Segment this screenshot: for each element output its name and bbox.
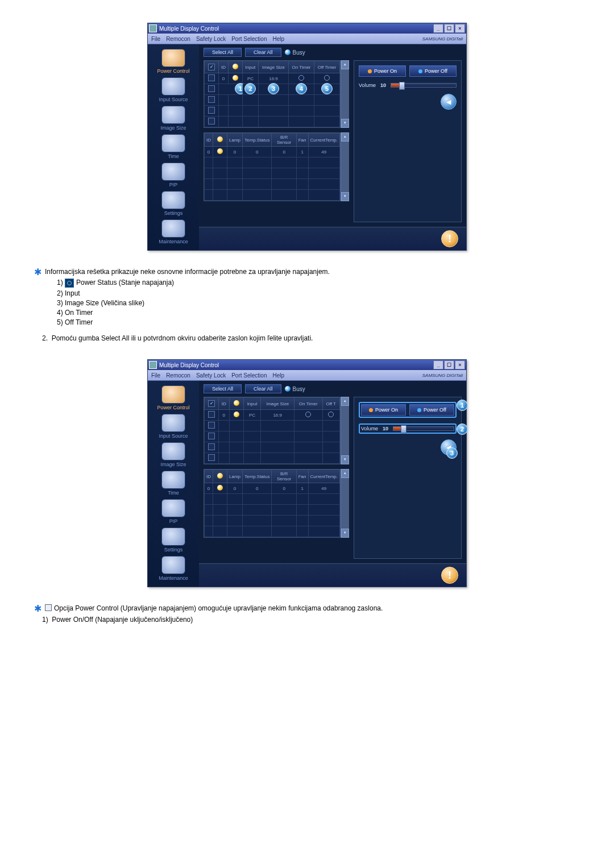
volume-slider[interactable] (391, 83, 457, 88)
row-checkbox[interactable] (208, 454, 215, 461)
table-row[interactable] (205, 190, 340, 201)
menu-safety-lock[interactable]: Safety Lock (196, 36, 226, 42)
titlebar: Multiple Display Control _ ☐ × (148, 23, 466, 34)
sidebar-item-image-size[interactable]: Image Size (151, 105, 196, 131)
menu-safety-lock[interactable]: Safety Lock (196, 372, 226, 379)
select-all-button[interactable]: Select All (204, 384, 242, 393)
scrollbar[interactable]: ▴▾ (341, 469, 349, 538)
sidebar-item-image-size[interactable]: Image Size (151, 441, 196, 467)
busy-label: Busy (293, 49, 305, 56)
sidebar-item-input-source[interactable]: Input Source (151, 76, 196, 102)
table-row[interactable] (205, 442, 340, 453)
power-status-icon (233, 75, 238, 81)
sidebar-item-label: Maintenance (151, 239, 196, 244)
table-row[interactable] (205, 168, 340, 179)
menu-file[interactable]: File (151, 372, 160, 379)
sidebar-item-time[interactable]: Time (151, 470, 196, 496)
table-row[interactable]: 0 0 0 0 1 49 (205, 483, 340, 494)
select-all-checkbox[interactable] (208, 400, 215, 407)
clear-all-button[interactable]: Clear All (245, 384, 281, 393)
power-off-button[interactable]: Power Off (409, 404, 454, 416)
scrollbar[interactable]: ▴▾ (341, 132, 349, 201)
sidebar-item-input-source[interactable]: Input Source (151, 413, 196, 439)
power-off-button[interactable]: Power Off (409, 65, 457, 77)
power-status-icon (234, 412, 239, 417)
menu-remocon[interactable]: Remocon (166, 372, 190, 379)
table-row[interactable]: 0 PC 16:9 (205, 410, 340, 421)
volume-slider[interactable] (393, 426, 454, 431)
volume-label: Volume (359, 82, 376, 88)
table-row[interactable]: 0 0 0 0 1 49 (205, 147, 340, 157)
menubar: File Remocon Safety Lock Port Selection … (148, 370, 466, 381)
power-status-icon (217, 473, 223, 479)
table-row[interactable] (205, 505, 340, 516)
col-id: ID (219, 398, 230, 410)
table-row[interactable] (205, 117, 340, 127)
scrollbar[interactable]: ▴▾ (341, 397, 349, 464)
on-timer-icon (298, 75, 304, 81)
power-on-button[interactable]: Power On (359, 65, 406, 77)
menu-file[interactable]: File (151, 36, 160, 42)
menu-port-selection[interactable]: Port Selection (231, 372, 267, 379)
row-checkbox[interactable] (208, 443, 215, 450)
row-checkbox[interactable] (208, 96, 215, 103)
warning-icon[interactable]: ! (441, 567, 458, 584)
power-on-button[interactable]: Power On (361, 404, 406, 416)
cell-temp-status: 0 (243, 147, 272, 157)
statusbar: ! (199, 227, 466, 250)
minimize-button[interactable]: _ (433, 24, 443, 33)
table-row[interactable]: 1 2 3 4 5 (205, 84, 340, 95)
select-all-checkbox[interactable] (208, 64, 215, 70)
power-status-icon (217, 148, 223, 154)
row-checkbox[interactable] (208, 422, 215, 429)
table-row[interactable] (205, 95, 340, 106)
power-status-icon (234, 400, 239, 406)
menu-help[interactable]: Help (272, 36, 284, 42)
maximize-button[interactable]: ☐ (444, 360, 454, 369)
row-checkbox[interactable] (208, 433, 215, 439)
table-row[interactable] (205, 431, 340, 442)
led-icon (368, 69, 372, 73)
minimize-button[interactable]: _ (433, 360, 443, 369)
sidebar-item-maintenance[interactable]: Maintenance (151, 218, 196, 244)
table-row[interactable] (205, 106, 340, 117)
close-button[interactable]: × (455, 360, 465, 369)
scrollbar[interactable]: ▴▾ (341, 60, 349, 128)
table-row[interactable] (205, 179, 340, 190)
table-row[interactable] (205, 421, 340, 431)
sidebar-item-power-control[interactable]: Power Control (151, 48, 196, 74)
sidebar-item-settings[interactable]: Settings (151, 526, 196, 553)
select-all-button[interactable]: Select All (204, 48, 242, 57)
close-button[interactable]: × (455, 24, 465, 33)
warning-icon[interactable]: ! (441, 230, 458, 247)
row-checkbox[interactable] (208, 411, 215, 418)
menu-port-selection[interactable]: Port Selection (231, 36, 267, 42)
row-checkbox[interactable] (208, 85, 215, 92)
menu-help[interactable]: Help (272, 372, 284, 379)
menu-remocon[interactable]: Remocon (166, 36, 190, 42)
table-row[interactable] (205, 526, 340, 537)
table-row[interactable] (205, 157, 340, 168)
sidebar-item-time[interactable]: Time (151, 133, 196, 159)
mute-button[interactable]: ◀ (441, 94, 457, 110)
table-row[interactable] (205, 494, 340, 505)
sidebar-item-label: Maintenance (151, 575, 196, 581)
table-row[interactable]: 0 PC 16:9 (205, 73, 340, 84)
sidebar-item-settings[interactable]: Settings (151, 190, 196, 216)
sidebar-item-pip[interactable]: PIP (151, 498, 196, 524)
led-icon (369, 408, 373, 412)
star-icon: ✱ (34, 268, 42, 277)
row-checkbox[interactable] (208, 118, 215, 124)
sidebar-item-maintenance[interactable]: Maintenance (151, 555, 196, 581)
sidebar-item-pip[interactable]: PIP (151, 161, 196, 188)
table-row[interactable] (205, 516, 340, 526)
cell-input: PC (243, 410, 261, 421)
brand-label: SAMSUNG DIGITall (422, 373, 463, 378)
maximize-button[interactable]: ☐ (444, 24, 454, 33)
table-row[interactable] (205, 453, 340, 464)
clear-all-button[interactable]: Clear All (245, 48, 281, 57)
row-checkbox[interactable] (208, 107, 215, 114)
row-checkbox[interactable] (208, 74, 215, 81)
app-window-2: Multiple Display Control _ ☐ × File Remo… (147, 359, 467, 587)
sidebar-item-power-control[interactable]: Power Control (151, 384, 196, 410)
